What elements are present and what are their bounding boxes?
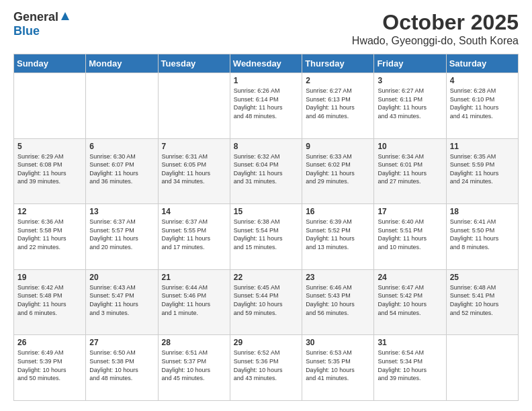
calendar-cell: 22Sunrise: 6:45 AM Sunset: 5:44 PM Dayli… — [230, 269, 302, 335]
day-info: Sunrise: 6:39 AM Sunset: 5:52 PM Dayligh… — [306, 218, 370, 251]
day-number: 26 — [17, 338, 82, 347]
day-info: Sunrise: 6:29 AM Sunset: 6:08 PM Dayligh… — [17, 152, 82, 186]
day-number: 18 — [450, 207, 515, 216]
day-number: 31 — [378, 338, 442, 347]
day-info: Sunrise: 6:36 AM Sunset: 5:58 PM Dayligh… — [17, 218, 82, 251]
day-number: 20 — [89, 273, 154, 282]
day-number: 28 — [162, 338, 226, 347]
weekday-header-monday: Monday — [86, 54, 158, 73]
day-number: 10 — [378, 142, 442, 151]
week-row-4: 19Sunrise: 6:42 AM Sunset: 5:48 PM Dayli… — [14, 269, 519, 335]
day-info: Sunrise: 6:27 AM Sunset: 6:13 PM Dayligh… — [306, 87, 370, 120]
day-number: 27 — [89, 338, 154, 347]
calendar-cell: 6Sunrise: 6:30 AM Sunset: 6:07 PM Daylig… — [86, 138, 158, 204]
calendar-cell: 13Sunrise: 6:37 AM Sunset: 5:57 PM Dayli… — [86, 204, 158, 270]
day-info: Sunrise: 6:52 AM Sunset: 5:36 PM Dayligh… — [234, 349, 298, 382]
calendar-cell: 28Sunrise: 6:51 AM Sunset: 5:37 PM Dayli… — [158, 335, 230, 401]
calendar-table: SundayMondayTuesdayWednesdayThursdayFrid… — [13, 54, 519, 401]
day-number: 12 — [17, 207, 82, 216]
calendar-cell: 1Sunrise: 6:26 AM Sunset: 6:14 PM Daylig… — [230, 73, 302, 139]
day-number: 8 — [234, 142, 298, 151]
calendar-cell: 17Sunrise: 6:40 AM Sunset: 5:51 PM Dayli… — [374, 204, 446, 270]
week-row-1: 1Sunrise: 6:26 AM Sunset: 6:14 PM Daylig… — [14, 73, 519, 139]
weekday-header-row: SundayMondayTuesdayWednesdayThursdayFrid… — [14, 54, 519, 73]
svg-marker-0 — [61, 12, 69, 20]
day-number: 25 — [450, 273, 515, 282]
calendar-cell: 21Sunrise: 6:44 AM Sunset: 5:46 PM Dayli… — [158, 269, 230, 335]
day-info: Sunrise: 6:49 AM Sunset: 5:39 PM Dayligh… — [17, 349, 82, 382]
day-number: 2 — [306, 76, 370, 85]
weekday-header-friday: Friday — [374, 54, 446, 73]
calendar-cell: 4Sunrise: 6:28 AM Sunset: 6:10 PM Daylig… — [446, 73, 518, 139]
calendar-cell: 16Sunrise: 6:39 AM Sunset: 5:52 PM Dayli… — [302, 204, 374, 270]
day-info: Sunrise: 6:35 AM Sunset: 5:59 PM Dayligh… — [450, 152, 515, 186]
logo-general-text: General — [13, 10, 58, 24]
day-number: 30 — [306, 338, 370, 347]
day-number: 19 — [17, 273, 82, 282]
week-row-2: 5Sunrise: 6:29 AM Sunset: 6:08 PM Daylig… — [14, 138, 519, 204]
calendar-cell: 11Sunrise: 6:35 AM Sunset: 5:59 PM Dayli… — [446, 138, 518, 204]
calendar-cell: 19Sunrise: 6:42 AM Sunset: 5:48 PM Dayli… — [14, 269, 86, 335]
month-title: October 2025 — [352, 10, 519, 35]
page: General Blue October 2025 Hwado, Gyeongg… — [0, 0, 532, 411]
day-number: 29 — [234, 338, 298, 347]
day-info: Sunrise: 6:26 AM Sunset: 6:14 PM Dayligh… — [234, 87, 298, 120]
day-info: Sunrise: 6:40 AM Sunset: 5:51 PM Dayligh… — [378, 218, 442, 251]
day-number: 7 — [162, 142, 226, 151]
calendar-cell — [86, 73, 158, 139]
calendar-cell: 12Sunrise: 6:36 AM Sunset: 5:58 PM Dayli… — [14, 204, 86, 270]
calendar-cell: 18Sunrise: 6:41 AM Sunset: 5:50 PM Dayli… — [446, 204, 518, 270]
logo: General Blue — [13, 10, 71, 38]
day-number: 21 — [162, 273, 226, 282]
logo-blue-text: Blue — [13, 24, 40, 38]
day-info: Sunrise: 6:37 AM Sunset: 5:57 PM Dayligh… — [89, 218, 154, 251]
day-info: Sunrise: 6:47 AM Sunset: 5:42 PM Dayligh… — [378, 283, 442, 317]
day-number: 16 — [306, 207, 370, 216]
calendar-cell: 7Sunrise: 6:31 AM Sunset: 6:05 PM Daylig… — [158, 138, 230, 204]
day-info: Sunrise: 6:32 AM Sunset: 6:04 PM Dayligh… — [234, 152, 298, 186]
day-info: Sunrise: 6:48 AM Sunset: 5:41 PM Dayligh… — [450, 283, 515, 317]
week-row-5: 26Sunrise: 6:49 AM Sunset: 5:39 PM Dayli… — [14, 335, 519, 401]
calendar-cell — [158, 73, 230, 139]
weekday-header-wednesday: Wednesday — [230, 54, 302, 73]
day-info: Sunrise: 6:38 AM Sunset: 5:54 PM Dayligh… — [234, 218, 298, 251]
calendar-cell: 10Sunrise: 6:34 AM Sunset: 6:01 PM Dayli… — [374, 138, 446, 204]
calendar-cell: 24Sunrise: 6:47 AM Sunset: 5:42 PM Dayli… — [374, 269, 446, 335]
day-info: Sunrise: 6:31 AM Sunset: 6:05 PM Dayligh… — [162, 152, 226, 186]
day-info: Sunrise: 6:41 AM Sunset: 5:50 PM Dayligh… — [450, 218, 515, 251]
weekday-header-saturday: Saturday — [446, 54, 518, 73]
calendar-cell: 20Sunrise: 6:43 AM Sunset: 5:47 PM Dayli… — [86, 269, 158, 335]
day-number: 11 — [450, 142, 515, 151]
day-info: Sunrise: 6:51 AM Sunset: 5:37 PM Dayligh… — [162, 349, 226, 382]
calendar-cell: 8Sunrise: 6:32 AM Sunset: 6:04 PM Daylig… — [230, 138, 302, 204]
day-info: Sunrise: 6:46 AM Sunset: 5:43 PM Dayligh… — [306, 283, 370, 317]
day-info: Sunrise: 6:42 AM Sunset: 5:48 PM Dayligh… — [17, 283, 82, 317]
header: General Blue October 2025 Hwado, Gyeongg… — [13, 10, 519, 47]
day-number: 1 — [234, 76, 298, 85]
calendar-cell: 29Sunrise: 6:52 AM Sunset: 5:36 PM Dayli… — [230, 335, 302, 401]
day-info: Sunrise: 6:53 AM Sunset: 5:35 PM Dayligh… — [306, 349, 370, 382]
calendar-cell: 14Sunrise: 6:37 AM Sunset: 5:55 PM Dayli… — [158, 204, 230, 270]
calendar-body: 1Sunrise: 6:26 AM Sunset: 6:14 PM Daylig… — [14, 73, 519, 401]
calendar-cell — [446, 335, 518, 401]
calendar-cell: 3Sunrise: 6:27 AM Sunset: 6:11 PM Daylig… — [374, 73, 446, 139]
calendar-cell: 30Sunrise: 6:53 AM Sunset: 5:35 PM Dayli… — [302, 335, 374, 401]
calendar-cell: 27Sunrise: 6:50 AM Sunset: 5:38 PM Dayli… — [86, 335, 158, 401]
weekday-header-tuesday: Tuesday — [158, 54, 230, 73]
day-number: 5 — [17, 142, 82, 151]
day-info: Sunrise: 6:27 AM Sunset: 6:11 PM Dayligh… — [378, 87, 442, 120]
calendar-cell — [14, 73, 86, 139]
day-number: 13 — [89, 207, 154, 216]
day-number: 3 — [378, 76, 442, 85]
weekday-header-thursday: Thursday — [302, 54, 374, 73]
calendar-cell: 25Sunrise: 6:48 AM Sunset: 5:41 PM Dayli… — [446, 269, 518, 335]
calendar-cell: 31Sunrise: 6:54 AM Sunset: 5:34 PM Dayli… — [374, 335, 446, 401]
day-info: Sunrise: 6:33 AM Sunset: 6:02 PM Dayligh… — [306, 152, 370, 186]
calendar-cell: 23Sunrise: 6:46 AM Sunset: 5:43 PM Dayli… — [302, 269, 374, 335]
week-row-3: 12Sunrise: 6:36 AM Sunset: 5:58 PM Dayli… — [14, 204, 519, 270]
calendar-cell: 15Sunrise: 6:38 AM Sunset: 5:54 PM Dayli… — [230, 204, 302, 270]
location: Hwado, Gyeonggi-do, South Korea — [352, 35, 519, 47]
calendar-cell: 2Sunrise: 6:27 AM Sunset: 6:13 PM Daylig… — [302, 73, 374, 139]
calendar-header: SundayMondayTuesdayWednesdayThursdayFrid… — [14, 54, 519, 73]
day-info: Sunrise: 6:34 AM Sunset: 6:01 PM Dayligh… — [378, 152, 442, 186]
